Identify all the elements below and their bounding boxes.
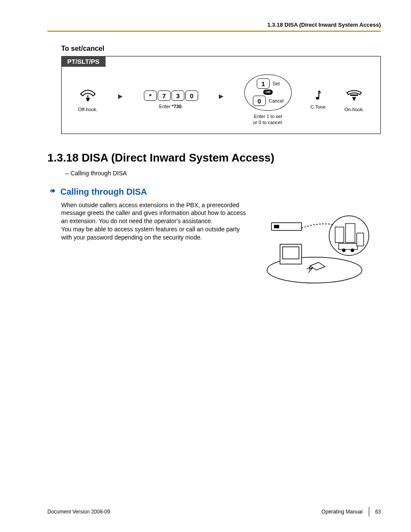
diamond-bullet-icon [47, 188, 57, 196]
doc-version: Document Version 2008-09 [47, 509, 110, 515]
toc-item: Calling through DISA [65, 170, 381, 177]
or-pill: OR [263, 90, 273, 95]
label-set: Set [273, 81, 280, 86]
device-type-tab: PT/SLT/PS [61, 56, 106, 67]
key-star: * [144, 90, 157, 101]
svg-point-0 [316, 97, 319, 100]
key-0: 0 [253, 96, 266, 106]
page-footer: Document Version 2008-09 Operating Manua… [47, 507, 381, 516]
svg-point-11 [342, 249, 346, 252]
svg-rect-10 [339, 243, 358, 249]
label-cancel: Cancel [269, 98, 283, 103]
page-number: 63 [375, 509, 381, 515]
disa-illustration [258, 201, 371, 293]
svg-rect-4 [274, 225, 279, 228]
step-caption: Enter *730. [159, 103, 183, 109]
footer-separator [369, 507, 369, 516]
arrow-icon: ▶ [219, 93, 224, 100]
svg-rect-9 [346, 224, 355, 243]
arrow-icon: ▶ [118, 93, 123, 100]
header-rule [47, 31, 381, 32]
step-caption: On-hook. [345, 106, 364, 112]
section-heading: 1.3.18 DISA (Direct Inward System Access… [47, 151, 381, 165]
step-choice: 1 Set OR 0 Cancel Enter 1 to set or 0 to… [244, 75, 292, 126]
svg-rect-13 [357, 233, 364, 246]
step-caption: C.Tone [311, 104, 326, 110]
svg-point-12 [351, 249, 354, 252]
running-head: 1.3.18 DISA (Direct Inward System Access… [47, 22, 381, 31]
dial-keys: * 7 3 0 [143, 90, 199, 101]
key-7: 7 [158, 90, 171, 101]
key-1: 1 [257, 78, 270, 89]
paragraph: You may be able to access system feature… [61, 225, 251, 242]
svg-rect-8 [335, 227, 344, 243]
music-note-icon [314, 90, 321, 101]
key-3: 3 [171, 90, 184, 101]
offhook-icon [78, 87, 98, 104]
paragraph: When outside callers access extensions i… [61, 201, 251, 226]
manual-name: Operating Manual [321, 509, 362, 515]
key-0: 0 [185, 90, 198, 101]
procedure-steps: Off-hook. ▶ * 7 3 0 Enter *730. ▶ 1 [62, 67, 380, 128]
procedure-box: PT/SLT/PS Off-hook. ▶ * 7 3 [61, 56, 381, 134]
onhook-icon [344, 87, 364, 104]
svg-rect-1 [350, 95, 358, 96]
step-caption: Enter 1 to set or 0 to cancel. [253, 113, 283, 126]
to-set-cancel-heading: To set/cancel [61, 45, 381, 53]
step-ctone: C.Tone [311, 90, 326, 110]
subsection-heading: Calling through DISA [60, 187, 147, 197]
choice-bubble: 1 Set OR 0 Cancel [244, 75, 292, 111]
svg-rect-6 [283, 247, 299, 259]
step-offhook: Off-hook. [78, 87, 98, 112]
step-onhook: On-hook. [344, 87, 364, 112]
step-caption: Off-hook. [78, 106, 97, 112]
step-dial: * 7 3 0 Enter *730. [143, 90, 199, 109]
